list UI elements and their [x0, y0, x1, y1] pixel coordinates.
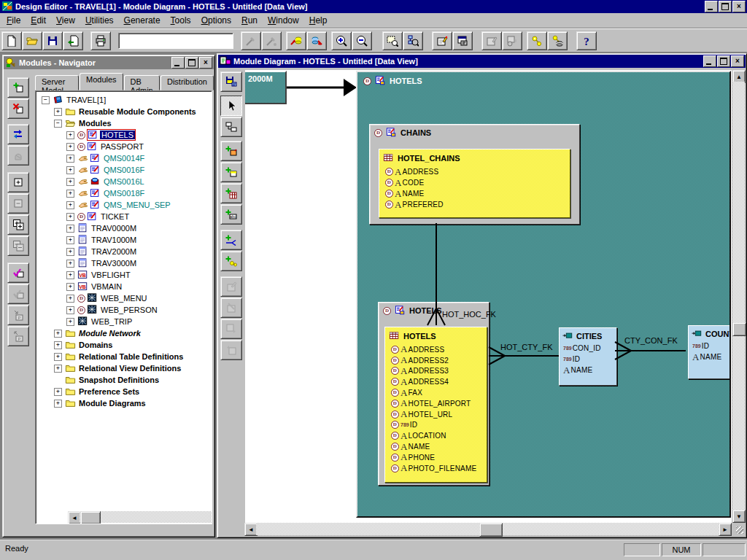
- tree-item-vbmain[interactable]: +VBVBMAIN: [36, 281, 212, 292]
- find-input[interactable]: [118, 33, 233, 49]
- tree-item-preference-sets[interactable]: +Preference Sets: [36, 386, 212, 397]
- expand-expander[interactable]: +: [66, 213, 74, 221]
- tab-server-model[interactable]: Server Model: [35, 75, 79, 90]
- expand-expander[interactable]: +: [54, 388, 62, 396]
- close-button[interactable]: ×: [732, 1, 746, 12]
- mark-button[interactable]: [7, 262, 29, 283]
- expand-button[interactable]: [7, 172, 29, 192]
- tree-item-qms0016l[interactable]: +QMS0016L: [36, 176, 212, 187]
- menu-options[interactable]: Options: [196, 13, 236, 28]
- create-component-button[interactable]: [220, 141, 242, 161]
- table-item[interactable]: ANAME: [689, 351, 731, 362]
- expand-expander[interactable]: +: [66, 248, 74, 256]
- save-button[interactable]: [42, 31, 63, 50]
- tab-db-admin[interactable]: DB Admin: [124, 75, 160, 90]
- save-as-button[interactable]: [63, 31, 83, 50]
- open-folder-button[interactable]: [22, 31, 42, 50]
- zoom-region-button[interactable]: [382, 31, 403, 50]
- tree-item-hotels[interactable]: +DHOTELS: [36, 129, 212, 141]
- navigate-diagram-button[interactable]: [403, 31, 423, 50]
- tree-item-relational-table-definitions[interactable]: +Relational Table Definitions: [36, 351, 212, 362]
- table-item[interactable]: 789CON_ID: [560, 343, 616, 354]
- expand-expander[interactable]: +: [66, 131, 74, 139]
- scroll-right-button[interactable]: ►: [719, 523, 732, 536]
- maximize-button[interactable]: [719, 1, 732, 12]
- tree-item-trav3000m[interactable]: +TRAV3000M: [36, 257, 212, 269]
- navigator-horizontal-scrollbar[interactable]: ◄ ►: [68, 511, 212, 523]
- minimize-button[interactable]: [705, 1, 718, 12]
- expand-expander[interactable]: +: [54, 400, 62, 408]
- tree-item-snapshot-definitions[interactable]: Snapshot Definitions: [36, 374, 212, 386]
- diagram-horizontal-scrollbar[interactable]: ◄ ►: [244, 523, 732, 535]
- table-item[interactable]: 789ID: [689, 341, 731, 351]
- create-key-link-button[interactable]: [220, 251, 242, 271]
- expand-expander[interactable]: +: [54, 341, 62, 349]
- tree-item-trav0000m[interactable]: +TRAV0000M: [36, 222, 212, 234]
- tree-item-module-diagrams[interactable]: +Module Diagrams: [36, 397, 212, 409]
- menu-generate[interactable]: Generate: [119, 13, 166, 28]
- table-item[interactable]: DAADDRESS4: [385, 376, 487, 387]
- cities-lookup-table[interactable]: CITIES 789CON_ID789IDANAME: [559, 327, 617, 386]
- print-button[interactable]: [90, 31, 111, 50]
- tree-item-qms0016f[interactable]: +QMS0016F: [36, 164, 212, 176]
- hotels-component-panel[interactable]: D HOTELS HOTELS DAADDRESSDAADDRESS2DAADD…: [378, 302, 489, 486]
- tree-item-passport[interactable]: +DPASSPORT: [36, 141, 212, 152]
- navigator-maximize-button[interactable]: [185, 57, 198, 69]
- table-item[interactable]: DAPREFERED: [379, 199, 570, 210]
- diagram-close-button[interactable]: ×: [731, 55, 744, 67]
- tab-modules[interactable]: Modules: [80, 73, 123, 90]
- countries-lookup-table[interactable]: COUNTRIES 789IDANAME: [688, 325, 731, 379]
- create-button[interactable]: [7, 77, 29, 98]
- table-item[interactable]: D789ID: [385, 420, 487, 431]
- component-link-button[interactable]: [220, 117, 242, 137]
- menu-run[interactable]: Run: [236, 13, 263, 28]
- menu-utilities[interactable]: Utilities: [80, 13, 119, 28]
- tree-item-web-person[interactable]: +DWEB_PERSON: [36, 304, 212, 316]
- tree-item-relational-view-definitions[interactable]: +Relational View Definitions: [36, 362, 212, 374]
- navigator-close-button[interactable]: ×: [199, 57, 212, 69]
- tree-item-vbflight[interactable]: +VBVBFLIGHT: [36, 269, 212, 281]
- save-diagram-button[interactable]: [220, 71, 242, 92]
- generate-keys-button[interactable]: [527, 31, 547, 50]
- diagram-vertical-scrollbar[interactable]: ▲ ▼: [732, 70, 745, 523]
- menu-edit[interactable]: Edit: [26, 13, 51, 28]
- tree-item-modules[interactable]: −Modules: [36, 117, 212, 129]
- generate-db-button[interactable]: [286, 31, 306, 50]
- expand-expander[interactable]: +: [66, 190, 74, 198]
- expand-expander[interactable]: +: [66, 271, 74, 279]
- table-item[interactable]: DANAME: [385, 441, 487, 452]
- hotel-chains-table-usage[interactable]: HOTEL_CHAINS DAADDRESSDACODEDANAMEDAPREF…: [379, 149, 570, 218]
- menu-view[interactable]: View: [51, 13, 80, 28]
- table-item[interactable]: 789ID: [560, 354, 616, 365]
- expand-expander[interactable]: +: [66, 166, 74, 174]
- chains-component-panel[interactable]: D CHAINS HOTEL_CHAINS DAADDRESSDACODEDAN…: [369, 124, 580, 225]
- collapse-expander[interactable]: −: [42, 96, 50, 104]
- requery-button[interactable]: [7, 124, 29, 144]
- source-module-box[interactable]: 2000M: [245, 71, 287, 104]
- table-item[interactable]: DAPHOTO_FILENAME: [385, 463, 487, 474]
- tree-item-reusable-module-components[interactable]: +Reusable Module Components: [36, 106, 212, 117]
- tree-item-web-trip[interactable]: +WEB_TRIP: [36, 316, 212, 327]
- tree-item-domains[interactable]: +Domains: [36, 339, 212, 351]
- expand-expander[interactable]: +: [66, 236, 74, 244]
- table-item[interactable]: DACODE: [379, 177, 570, 188]
- table-item[interactable]: DAFAX: [385, 387, 487, 398]
- table-item[interactable]: DAADDRESS: [385, 344, 487, 355]
- table-item[interactable]: DANAME: [379, 188, 570, 199]
- create-item-button[interactable]: abc: [220, 204, 242, 225]
- expand-expander[interactable]: +: [54, 353, 62, 361]
- scrollbar-thumb[interactable]: [732, 322, 746, 336]
- create-link-button[interactable]: [220, 230, 242, 250]
- expand-expander[interactable]: +: [66, 155, 74, 163]
- expand-expander[interactable]: +: [66, 260, 74, 268]
- menu-file[interactable]: File: [1, 13, 26, 28]
- tree-item-qms0014f[interactable]: +QMS0014F: [36, 152, 212, 164]
- scrollbar-thumb[interactable]: [80, 511, 101, 524]
- diagram-canvas[interactable]: 2000M D HOTELS D: [245, 70, 732, 523]
- scrollbar-thumb[interactable]: [479, 523, 503, 537]
- edit-properties-button[interactable]: [432, 31, 452, 50]
- expand-expander[interactable]: +: [66, 201, 74, 209]
- diagram-maximize-button[interactable]: [717, 55, 730, 67]
- tree-item-qms-menu-sep[interactable]: +QMS_MENU_SEP: [36, 199, 212, 211]
- tree-item-module-network[interactable]: +Module Network: [36, 327, 212, 339]
